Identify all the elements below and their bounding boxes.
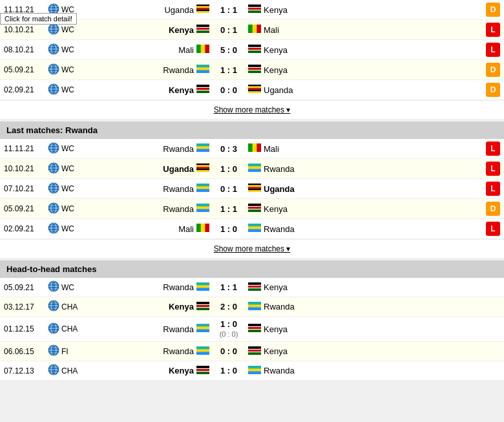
match-row[interactable]: 11.11.21 WC Uganda 1 : 1 Kenya D Click f… xyxy=(0,0,504,20)
away-team: Rwanda xyxy=(248,164,377,174)
home-team-name: Rwanda xyxy=(163,282,194,292)
svg-rect-234 xyxy=(248,368,261,371)
svg-rect-151 xyxy=(205,224,209,232)
svg-rect-212 xyxy=(196,349,209,352)
away-team: Kenya xyxy=(248,346,377,357)
match-row[interactable]: 02.09.21 WC Kenya 0 : 0 Uganda D xyxy=(0,80,504,100)
svg-rect-185 xyxy=(248,302,261,304)
home-team: Rwanda xyxy=(80,65,209,75)
away-team: Kenya xyxy=(248,282,377,293)
svg-rect-138 xyxy=(248,204,261,206)
away-team-name: Kenya xyxy=(264,282,288,292)
away-flag xyxy=(248,346,261,357)
match-row[interactable]: 01.12.15 CHA Rwanda 1 : 0(0 : 0) Kenya xyxy=(0,317,504,342)
svg-rect-140 xyxy=(248,209,261,212)
away-team-name: Mali xyxy=(264,144,279,154)
away-team: Rwanda xyxy=(248,302,377,312)
competition-col: WC xyxy=(48,162,80,176)
svg-rect-182 xyxy=(196,304,209,304)
away-flag xyxy=(248,204,261,214)
show-more-rwanda[interactable]: Show more matches ▾ xyxy=(0,239,504,258)
svg-rect-94 xyxy=(257,143,261,152)
globe-icon xyxy=(48,280,59,294)
svg-rect-29 xyxy=(196,30,209,30)
svg-rect-235 xyxy=(248,371,261,374)
svg-rect-171 xyxy=(248,288,261,288)
svg-rect-231 xyxy=(196,371,209,372)
home-team: Kenya xyxy=(80,25,209,35)
svg-rect-91 xyxy=(196,149,209,152)
match-row[interactable]: 10.10.21 WC Uganda 1 : 0 Rwanda L xyxy=(0,159,504,179)
svg-rect-196 xyxy=(196,326,209,329)
home-team-name: Rwanda xyxy=(163,65,194,75)
svg-rect-102 xyxy=(196,164,209,165)
svg-rect-230 xyxy=(196,368,209,368)
match-row[interactable]: 07.12.13 CHA Kenya 1 : 0 Rwanda xyxy=(0,361,504,381)
home-team: Rwanda xyxy=(80,204,209,214)
match-row[interactable]: 02.09.21 WC Mali 1 : 0 Rwanda L xyxy=(0,219,504,239)
svg-rect-106 xyxy=(196,170,209,172)
competition-col: WC xyxy=(48,142,80,156)
globe-icon xyxy=(48,63,59,77)
away-team-name: Kenya xyxy=(264,204,288,214)
svg-rect-217 xyxy=(248,352,261,354)
svg-rect-203 xyxy=(248,329,261,330)
svg-rect-197 xyxy=(196,330,209,332)
away-flag xyxy=(248,324,261,334)
home-flag xyxy=(196,25,209,35)
match-row[interactable]: 05.09.21 WC Rwanda 1 : 1 Kenya xyxy=(0,278,504,297)
match-row[interactable]: 05.09.21 WC Rwanda 1 : 1 Kenya D xyxy=(0,60,504,80)
match-date: 10.10.21 xyxy=(4,25,48,34)
home-flag xyxy=(196,224,209,234)
rwanda-last-matches: Last matches: Rwanda 11.11.21 WC Rwanda … xyxy=(0,121,504,258)
result-badge: L xyxy=(486,182,500,196)
home-team-name: Mali xyxy=(178,45,194,55)
match-score: 0 : 3 xyxy=(209,144,248,154)
match-row[interactable]: 03.12.17 CHA Kenya 2 : 0 Rwanda xyxy=(0,297,504,317)
home-team-name: Rwanda xyxy=(163,324,194,334)
match-row[interactable]: 08.10.21 WC Mali 5 : 0 Kenya L xyxy=(0,40,504,60)
home-flag xyxy=(196,346,209,357)
svg-rect-120 xyxy=(196,189,209,192)
svg-rect-55 xyxy=(196,65,209,67)
svg-rect-233 xyxy=(248,366,261,368)
away-team: Kenya xyxy=(248,5,377,15)
svg-rect-136 xyxy=(196,209,209,212)
home-team-name: Rwanda xyxy=(163,184,194,194)
svg-rect-125 xyxy=(248,189,261,191)
match-row[interactable]: 05.09.21 WC Rwanda 1 : 1 Kenya D xyxy=(0,199,504,219)
away-flag xyxy=(248,143,261,154)
show-more-kenya[interactable]: Show more matches ▾ xyxy=(0,100,504,119)
svg-rect-56 xyxy=(196,67,209,70)
svg-rect-195 xyxy=(196,324,209,326)
svg-rect-153 xyxy=(248,224,261,226)
home-flag xyxy=(196,184,209,194)
away-team: Kenya xyxy=(248,45,377,55)
globe-icon xyxy=(48,142,59,156)
match-date: 07.12.13 xyxy=(4,366,48,375)
home-team: Mali xyxy=(80,45,209,55)
away-team: Rwanda xyxy=(248,224,377,234)
home-team: Rwanda xyxy=(80,184,209,194)
svg-rect-73 xyxy=(196,90,209,93)
match-date: 02.09.21 xyxy=(4,224,48,233)
competition-code: WC xyxy=(61,144,74,153)
svg-rect-126 xyxy=(248,190,261,192)
svg-rect-219 xyxy=(248,352,261,352)
competition-col: CHA xyxy=(48,322,80,336)
svg-rect-108 xyxy=(248,164,261,166)
match-date: 03.12.17 xyxy=(4,302,48,311)
svg-rect-199 xyxy=(248,324,261,326)
svg-rect-163 xyxy=(196,282,209,285)
match-row[interactable]: 07.10.21 WC Rwanda 0 : 1 Uganda L xyxy=(0,179,504,199)
match-row[interactable]: 11.11.21 WC Rwanda 0 : 3 Mali L xyxy=(0,139,504,159)
match-row[interactable]: 06.06.15 FI Rwanda 0 : 0 Kenya xyxy=(0,342,504,361)
home-flag xyxy=(196,324,209,334)
competition-code: CHA xyxy=(61,324,78,333)
svg-rect-81 xyxy=(248,91,261,93)
match-score: 1 : 1 xyxy=(209,65,248,75)
svg-rect-181 xyxy=(196,307,209,310)
match-date: 07.10.21 xyxy=(4,184,48,193)
svg-rect-134 xyxy=(196,204,209,206)
match-score: 0 : 0 xyxy=(209,346,248,356)
